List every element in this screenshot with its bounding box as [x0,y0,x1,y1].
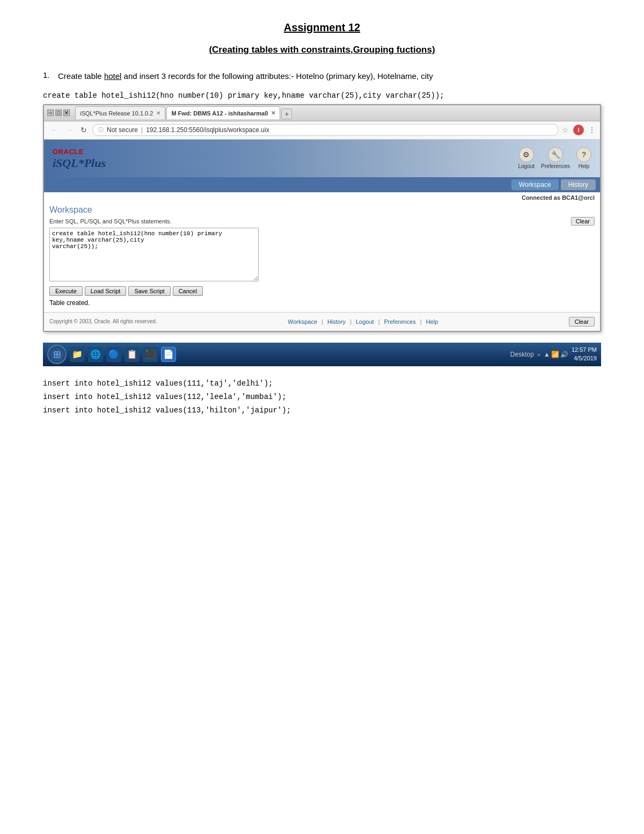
oracle-logo-area: ORACLE iSQL*Plus [53,147,106,170]
isql-title-text: iSQL*Plus [53,156,106,170]
profile-icon[interactable]: I [573,125,584,135]
insert-stmt-2: insert into hotel_ishi12 values(112,'lee… [43,390,601,404]
taskbar-chrome-icon[interactable]: 🔵 [106,347,121,362]
enter-sql-text: Enter SQL, PL/SQL and SQL*Plus statement… [49,218,172,224]
bookmark-star-icon[interactable]: ☆ [562,126,569,134]
security-icon: ⓘ [98,126,104,134]
footer-copyright: Copyright © 2003, Oracle. All rights res… [49,318,157,324]
task-icon: 📋 [127,349,137,359]
question-number: 1. [43,70,58,83]
oracle-logo: ORACLE [53,147,106,156]
clear-top-button[interactable]: Clear [571,217,595,226]
help-nav-icon[interactable]: ? Help [576,147,591,169]
enter-sql-label-row: Enter SQL, PL/SQL and SQL*Plus statement… [49,217,595,226]
minimize-button[interactable]: ─ [47,110,54,116]
taskbar: ⊞ 📁 🌐 🔵 📋 ⬛ 📄 Desktop » ▲ 📶 🔊 12:57 PM 4… [43,343,601,366]
taskbar-folder-icon[interactable]: 📁 [70,347,85,362]
notify-arrow-icon: ▲ [544,351,550,358]
url-address: 192.168.1.250:5560/isqlplus/workspace.ui… [146,126,269,134]
question-text-after: and insert 3 records for the following a… [121,71,433,81]
execute-button[interactable]: Execute [49,286,83,296]
footer-help-link[interactable]: Help [426,318,438,325]
cancel-button[interactable]: Cancel [173,286,203,296]
subtitle-text: (Creating tables with constraints,Groupi… [43,45,601,55]
logout-nav-icon[interactable]: ⚙ Logout [518,147,535,169]
cmd-icon: ⬛ [145,349,156,359]
taskbar-ie-icon[interactable]: 🌐 [88,347,103,362]
action-buttons: Execute Load Script Save Script Cancel [49,286,595,296]
folder-icon: 📁 [72,349,83,359]
logout-label: Logout [518,163,535,169]
maximize-button[interactable]: □ [55,110,62,116]
taskbar-cmd-icon[interactable]: ⬛ [143,347,158,362]
back-button[interactable]: ← [48,125,60,135]
result-text: Table created. [49,299,595,307]
footer-preferences-link[interactable]: Preferences [384,318,416,325]
tab-email-close[interactable]: ✕ [271,110,275,116]
tab-email-label: M Fwd: DBMS A12 - ishitasharma0 [171,110,268,117]
workspace-tab[interactable]: Workspace [511,179,559,190]
close-button[interactable]: ✕ [63,110,70,116]
load-script-button[interactable]: Load Script [85,286,127,296]
help-icon: ? [576,147,591,162]
question-text-before: Create table [58,71,104,81]
not-secure-label: Not secure [107,126,138,134]
browser-window: ─ □ ✕ iSQL*Plus Release 10.1.0.2 ✕ M Fwd… [43,104,601,332]
footer-workspace-link[interactable]: Workspace [288,318,317,325]
logout-icon: ⚙ [519,147,534,162]
footer-logout-link[interactable]: Logout [356,318,374,325]
insert-statements: insert into hotel_ishi12 values(111,'taj… [43,377,601,418]
footer-links: Workspace | History | Logout | Preferenc… [288,318,438,325]
start-icon: ⊞ [53,349,61,360]
word-icon: 📄 [163,349,174,359]
browser-menu-icon[interactable]: ⋮ [588,126,596,134]
workspace-section: Workspace Enter SQL, PL/SQL and SQL*Plus… [44,202,600,312]
tab-isqlplus-label: iSQL*Plus Release 10.1.0.2 [80,110,153,117]
taskbar-word-icon[interactable]: 📄 [161,347,176,362]
taskbar-time: 12:57 PM 4/5/2019 [572,346,597,362]
url-bar[interactable]: ⓘ Not secure | 192.168.1.250:5560/isqlpl… [92,124,559,136]
assignment-title: Assignment 12 [43,21,601,34]
oracle-text: ORACLE [53,148,84,156]
connected-info: Connected as BCA1@orcl [44,192,600,202]
footer-sep-1: | [321,318,323,325]
tab-isqlplus[interactable]: iSQL*Plus Release 10.1.0.2 ✕ [75,106,165,119]
footer-history-link[interactable]: History [327,318,346,325]
notify-sound-icon: 🔊 [560,351,568,358]
insert-stmt-1: insert into hotel_ishi12 values(111,'taj… [43,377,601,390]
create-code-line: create table hotel_ishi12(hno number(10)… [43,91,601,100]
history-tab-label: History [568,181,588,188]
isqlplus-body: ORACLE iSQL*Plus ⚙ Logout 🔧 Preferences … [44,140,600,331]
preferences-icon: 🔧 [548,147,563,162]
taskbar-task-icon[interactable]: 📋 [125,347,140,362]
history-tab[interactable]: History [561,179,596,190]
start-button[interactable]: ⊞ [47,345,67,364]
browser-footer: Copyright © 2003, Oracle. All rights res… [44,312,600,331]
tab-isqlplus-close[interactable]: ✕ [156,110,160,116]
connected-label: Connected as [522,194,560,201]
table-name-ref: hotel [104,71,122,81]
ie-icon: 🌐 [90,349,101,359]
oracle-header: ORACLE iSQL*Plus ⚙ Logout 🔧 Preferences … [44,140,600,177]
url-separator: | [141,126,143,134]
save-script-button[interactable]: Save Script [128,286,170,296]
reload-button[interactable]: ↻ [78,125,89,135]
ws-history-bar: Workspace History [44,177,600,192]
document-title: Assignment 12 [43,21,601,34]
question-1: 1. Create table hotel and insert 3 recor… [43,70,601,83]
footer-sep-3: | [378,318,380,325]
forward-button[interactable]: → [63,125,75,135]
tab-email[interactable]: M Fwd: DBMS A12 - ishitasharma0 ✕ [166,106,280,119]
clear-bottom-button[interactable]: Clear [569,317,595,327]
notify-network-icon: 📶 [551,351,559,358]
new-tab-button[interactable]: + [281,108,292,119]
preferences-nav-icon[interactable]: 🔧 Preferences [541,147,570,169]
title-bar-controls: ─ □ ✕ [47,110,70,116]
taskbar-arrow: » [537,351,540,358]
browser-titlebar: ─ □ ✕ iSQL*Plus Release 10.1.0.2 ✕ M Fwd… [44,105,600,121]
isql-title: iSQL*Plus [53,156,106,170]
time-display: 12:57 PM [572,346,597,354]
sql-input[interactable]: create table hotel_ishi12(hno number(10)… [49,228,259,281]
date-display: 4/5/2019 [572,354,597,362]
document-subtitle: (Creating tables with constraints,Groupi… [43,45,601,55]
